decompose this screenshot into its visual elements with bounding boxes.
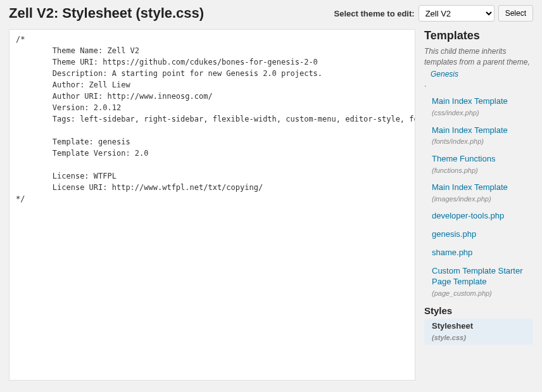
inherit-note-dot: . (424, 80, 533, 89)
file-link[interactable]: shame.php (432, 248, 472, 257)
select-button[interactable]: Select (498, 5, 533, 22)
theme-selector-label: Select theme to edit: (334, 9, 415, 18)
file-path: (css/index.php) (432, 108, 533, 117)
file-item: Main Index Template (css/index.php) (424, 94, 533, 120)
inherit-note: This child theme inherits templates from… (424, 46, 533, 79)
file-item: genesis.php (424, 227, 533, 243)
sidebar: Templates This child theme inherits temp… (424, 29, 533, 347)
file-path: (fonts/index.php) (432, 137, 533, 146)
file-item: shame.php (424, 245, 533, 261)
page-title: Zell V2: Stylesheet (style.css) (9, 5, 204, 22)
code-editor[interactable] (9, 29, 415, 381)
template-file-list: Main Index Template (css/index.php) Main… (424, 94, 533, 300)
file-item: Theme Functions (functions.php) (424, 151, 533, 177)
file-link[interactable]: Main Index Template (432, 182, 508, 192)
theme-select-dropdown[interactable]: Zell V2 (419, 5, 495, 22)
theme-selector: Select theme to edit: Zell V2 Select (334, 5, 534, 22)
file-link[interactable]: Main Index Template (432, 96, 508, 106)
file-item-active: Stylesheet (style.css) (424, 319, 533, 345)
file-item: Main Index Template (fonts/index.php) (424, 123, 533, 149)
file-path: (functions.php) (432, 166, 533, 175)
templates-heading: Templates (424, 29, 533, 42)
file-item: Custom Template Starter Page Template (p… (424, 263, 533, 300)
file-path: (images/index.php) (432, 194, 533, 203)
style-file-list: Stylesheet (style.css) (424, 319, 533, 345)
file-link[interactable]: developer-tools.php (432, 211, 504, 220)
file-link[interactable]: Main Index Template (432, 125, 508, 135)
styles-heading: Styles (424, 305, 533, 316)
file-link[interactable]: Theme Functions (432, 154, 495, 163)
parent-theme-link[interactable]: Genesis (431, 69, 458, 80)
file-link[interactable]: genesis.php (432, 229, 476, 239)
file-path: (page_custom.php) (432, 289, 533, 298)
file-item: Main Index Template (images/index.php) (424, 180, 533, 206)
file-link[interactable]: Stylesheet (432, 321, 473, 331)
file-link[interactable]: Custom Template Starter Page Template (432, 266, 523, 286)
editor-header: Zell V2: Stylesheet (style.css) Select t… (9, 5, 533, 22)
file-path: (style.css) (432, 333, 533, 342)
file-item: developer-tools.php (424, 208, 533, 224)
